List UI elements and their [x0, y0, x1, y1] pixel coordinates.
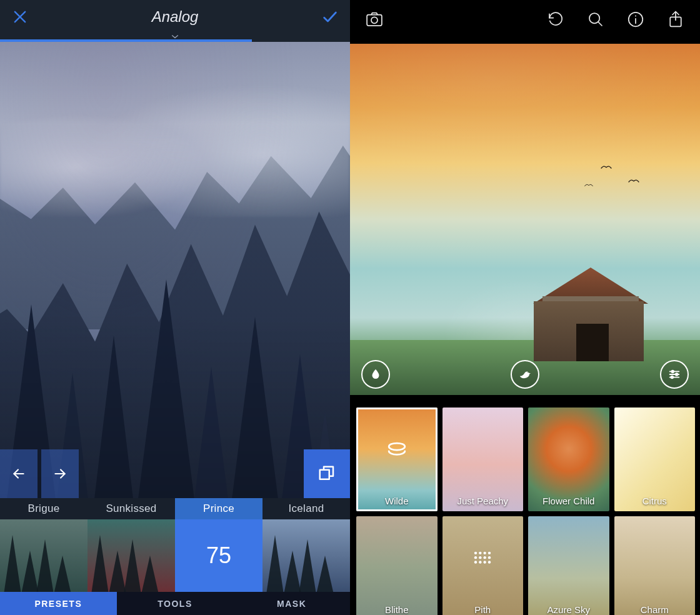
- filter-pith[interactable]: Pith: [442, 516, 524, 615]
- tab-presets[interactable]: PRESETS: [0, 592, 117, 615]
- svg-point-22: [479, 552, 481, 554]
- filter-citrus[interactable]: Citrus: [614, 408, 696, 511]
- bird-icon: [628, 175, 640, 181]
- overlay-tool-buttons: [350, 360, 700, 389]
- preset-intensity-value: 75: [175, 519, 262, 592]
- svg-point-30: [479, 561, 481, 563]
- right-preview-image[interactable]: [350, 44, 700, 395]
- filter-label: Wilde: [356, 496, 438, 506]
- preview-image[interactable]: [0, 42, 350, 498]
- svg-point-6: [371, 17, 378, 23]
- preset-label: Brigue: [0, 498, 88, 519]
- svg-point-26: [479, 556, 481, 559]
- search-icon[interactable]: [582, 6, 609, 32]
- svg-point-28: [488, 556, 491, 559]
- left-header: Analog: [0, 0, 350, 33]
- preset-strip[interactable]: Brigue Sunkissed Prince 75 Iceland: [0, 498, 350, 592]
- share-icon[interactable]: [662, 6, 689, 32]
- filter-label: Pith: [442, 604, 524, 615]
- svg-point-31: [484, 561, 486, 563]
- redo-button[interactable]: [41, 449, 79, 498]
- confirm-icon[interactable]: [321, 8, 339, 26]
- compare-button[interactable]: [304, 449, 350, 498]
- info-icon[interactable]: [622, 6, 649, 32]
- filter-label: Citrus: [614, 496, 696, 506]
- svg-point-18: [676, 373, 678, 376]
- sliders-icon[interactable]: [660, 360, 689, 389]
- preset-label: Prince: [175, 498, 262, 519]
- right-toolbar: [350, 0, 700, 39]
- bird-icon[interactable]: [511, 360, 539, 389]
- left-app-panel: Analog: [0, 0, 350, 615]
- tab-tools[interactable]: TOOLS: [117, 592, 234, 615]
- undo-button[interactable]: [0, 449, 38, 498]
- bird-icon: [600, 161, 612, 168]
- svg-point-19: [671, 376, 674, 379]
- svg-point-24: [488, 552, 491, 554]
- header-title: Analog: [0, 8, 350, 26]
- svg-rect-5: [367, 15, 382, 26]
- svg-rect-4: [320, 470, 329, 479]
- undo-icon[interactable]: [542, 6, 569, 32]
- preset-prince[interactable]: Prince 75: [175, 498, 262, 592]
- close-icon[interactable]: [11, 8, 29, 26]
- stack-icon: [356, 436, 438, 464]
- filter-grid[interactable]: Wilde Just Peachy Flower Child Citrus Bl…: [350, 401, 700, 615]
- filter-label: Just Peachy: [442, 496, 524, 506]
- right-app-panel: Wilde Just Peachy Flower Child Citrus Bl…: [350, 0, 700, 615]
- history-controls: [0, 449, 79, 498]
- preset-label: Iceland: [262, 498, 350, 519]
- filter-charm[interactable]: Charm: [614, 516, 696, 615]
- svg-point-17: [671, 371, 674, 373]
- drop-icon[interactable]: [361, 360, 390, 389]
- expand-chevron-icon[interactable]: [0, 33, 350, 39]
- svg-point-23: [484, 552, 486, 554]
- preset-label: Sunkissed: [88, 498, 175, 519]
- tab-mask[interactable]: MASK: [233, 592, 350, 615]
- barn-illustration: [519, 268, 662, 361]
- filter-just-peachy[interactable]: Just Peachy: [442, 408, 524, 511]
- svg-point-32: [488, 561, 491, 563]
- filter-label: Azure Sky: [528, 604, 609, 615]
- filter-label: Blithe: [356, 604, 438, 615]
- svg-line-8: [598, 22, 602, 26]
- bird-icon: [584, 179, 594, 184]
- preset-brigue[interactable]: Brigue: [0, 498, 88, 592]
- svg-point-25: [474, 556, 477, 559]
- svg-point-21: [474, 552, 477, 554]
- dots-icon: [442, 545, 524, 572]
- bottom-tabs: PRESETS TOOLS MASK: [0, 592, 350, 615]
- filter-wilde[interactable]: Wilde: [356, 408, 438, 511]
- filter-label: Charm: [614, 604, 696, 615]
- filter-azure-sky[interactable]: Azure Sky: [528, 516, 609, 615]
- svg-point-11: [635, 16, 636, 17]
- filter-label: Flower Child: [528, 496, 609, 506]
- filter-flower-child[interactable]: Flower Child: [528, 408, 609, 511]
- preset-sunkissed[interactable]: Sunkissed: [88, 498, 175, 592]
- filter-blithe[interactable]: Blithe: [356, 516, 438, 615]
- svg-point-29: [474, 561, 477, 563]
- camera-icon[interactable]: [361, 6, 388, 32]
- svg-point-27: [484, 556, 486, 559]
- svg-point-20: [389, 443, 405, 450]
- preset-iceland[interactable]: Iceland: [262, 498, 350, 592]
